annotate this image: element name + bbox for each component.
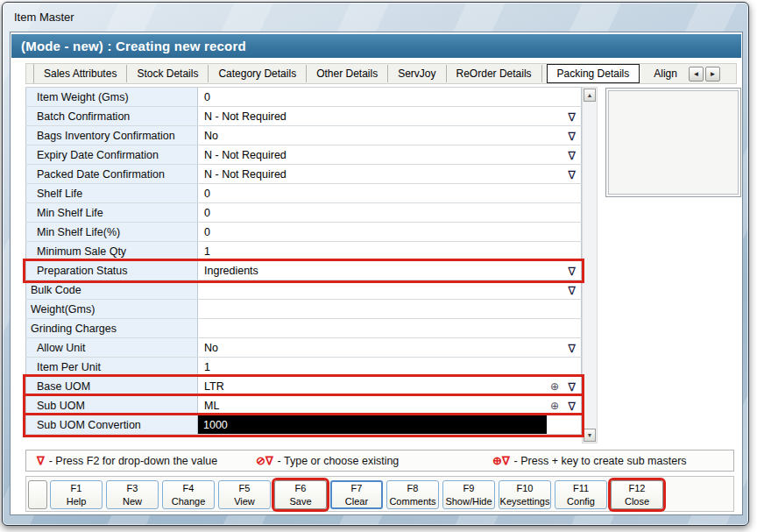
tab-category-details[interactable]: Category Details bbox=[209, 65, 307, 82]
show-hide-button[interactable]: F9Show/Hide bbox=[442, 480, 495, 509]
row-value-bags-inventory-confirmation[interactable]: No∇ bbox=[198, 126, 582, 145]
save-button[interactable]: F6Save bbox=[274, 480, 327, 509]
function-key-text: F6 bbox=[295, 482, 307, 494]
mode-header-title: (Mode - new) : Creating new record bbox=[21, 39, 246, 53]
tab-align[interactable]: Align bbox=[644, 65, 687, 82]
row-label-text: Bags Inventory Confirmation bbox=[37, 130, 175, 142]
function-label-text: New bbox=[123, 495, 142, 507]
row-label-weight-gms: Weight(Gms) bbox=[25, 300, 198, 318]
tab-stock-details[interactable]: Stock Details bbox=[127, 65, 209, 82]
change-button[interactable]: F4Change bbox=[162, 480, 215, 509]
dropdown-icon[interactable]: ∇ bbox=[568, 168, 576, 180]
scroll-up-icon[interactable]: ▲ bbox=[584, 89, 596, 102]
function-label-text: Help bbox=[67, 495, 87, 507]
dropdown-icon[interactable]: ∇ bbox=[568, 380, 576, 392]
tab-other-details[interactable]: Other Details bbox=[307, 65, 388, 82]
row-value-grinding-charges[interactable] bbox=[198, 319, 582, 337]
window-titlebar[interactable]: Item Master bbox=[3, 3, 748, 31]
form-row-min-shelf-life: Min Shelf Life(%)0 bbox=[25, 223, 582, 242]
dropdown-icon[interactable]: ∇ bbox=[568, 110, 576, 122]
row-value-bulk-code[interactable]: ∇ bbox=[198, 280, 582, 299]
form-row-item-weight-gms: Item Weight (Gms)0 bbox=[25, 88, 582, 107]
new-button[interactable]: F3New bbox=[106, 480, 159, 509]
row-value-preparation-status[interactable]: Ingredients∇ bbox=[198, 261, 582, 280]
function-button-blank[interactable] bbox=[28, 480, 47, 509]
function-key-text: F5 bbox=[239, 482, 251, 494]
function-key-text: F9 bbox=[463, 482, 475, 494]
config-button[interactable]: F11Config bbox=[555, 480, 607, 509]
clear-button[interactable]: F7Clear bbox=[330, 480, 383, 509]
function-label-text: Change bbox=[172, 495, 206, 507]
form-row-expiry-date-confirmation: Expiry Date ConfirmationN - Not Required… bbox=[25, 145, 582, 165]
row-value-expiry-date-confirmation[interactable]: N - Not Required∇ bbox=[198, 145, 582, 164]
function-key-text: F11 bbox=[573, 482, 589, 494]
dropdown-icon[interactable]: ∇ bbox=[568, 265, 576, 276]
dropdown-icon[interactable]: ∇ bbox=[568, 342, 576, 353]
row-value-sub-uom-convertion[interactable]: 1000 bbox=[198, 415, 582, 434]
form-row-item-per-unit: Item Per Unit1 bbox=[25, 358, 582, 377]
circle-plus-icon[interactable]: ⊕ bbox=[550, 381, 559, 392]
keysettings-button[interactable]: F10Keysettings bbox=[499, 480, 551, 509]
row-value-min-shelf-life[interactable]: 0 bbox=[198, 203, 582, 222]
scroll-down-icon[interactable]: ▼ bbox=[584, 429, 596, 442]
legend-symbol-icon: ⊘∇ bbox=[256, 454, 273, 467]
function-key-text: F3 bbox=[127, 482, 138, 494]
row-value-text: 0 bbox=[204, 91, 210, 103]
row-label-min-shelf-life: Min Shelf Life(%) bbox=[25, 223, 198, 241]
dropdown-icon[interactable]: ∇ bbox=[568, 149, 576, 160]
item-image-box bbox=[605, 88, 741, 197]
form-row-preparation-status: Preparation StatusIngredients∇ bbox=[25, 261, 582, 280]
screenshot-stage: Item Master (Mode - new) : Creating new … bbox=[0, 0, 757, 532]
row-value-text: 1 bbox=[204, 245, 210, 258]
row-label-text: Shelf Life bbox=[37, 188, 82, 200]
function-key-text: F4 bbox=[183, 482, 195, 494]
row-value-minimum-sale-qty[interactable]: 1 bbox=[198, 242, 582, 260]
row-label-sub-uom: Sub UOM bbox=[25, 396, 198, 415]
row-label-expiry-date-confirmation: Expiry Date Confirmation bbox=[25, 145, 198, 164]
row-label-bulk-code: Bulk Code bbox=[25, 280, 198, 299]
row-label-text: Base UOM bbox=[37, 380, 90, 393]
function-label-text: Show/Hide bbox=[445, 495, 492, 507]
row-value-text: LTR bbox=[204, 380, 224, 393]
row-value-weight-gms[interactable] bbox=[198, 300, 582, 318]
row-value-min-shelf-life[interactable]: 0 bbox=[198, 223, 582, 241]
legend-symbol-icon: ⊕∇ bbox=[492, 454, 510, 467]
row-value-sub-uom[interactable]: ML⊕∇ bbox=[198, 396, 582, 415]
form-row-batch-confirmation: Batch ConfirmationN - Not Required∇ bbox=[25, 107, 582, 126]
tab-sales-attributes[interactable]: Sales Attributes bbox=[34, 65, 127, 82]
row-value-batch-confirmation[interactable]: N - Not Required∇ bbox=[198, 107, 582, 125]
row-value-base-uom[interactable]: LTR⊕∇ bbox=[198, 377, 582, 395]
function-key-text: F12 bbox=[629, 482, 646, 494]
row-value-item-weight-gms[interactable]: 0 bbox=[198, 88, 582, 106]
tab-scroll-left-icon[interactable]: ◄ bbox=[689, 67, 704, 82]
row-label-packed-date-confirmation: Packed Date Confirmation bbox=[25, 165, 198, 183]
comments-button[interactable]: F8Comments bbox=[386, 480, 439, 509]
tab-reorder-details[interactable]: ReOrder Details bbox=[447, 65, 542, 82]
tab-packing-details[interactable]: Packing Details bbox=[547, 64, 640, 83]
circle-plus-icon[interactable]: ⊕ bbox=[550, 401, 559, 411]
tab-servjoy[interactable]: ServJoy bbox=[388, 65, 446, 82]
row-value-text: N - Not Required bbox=[204, 168, 287, 181]
row-value-allow-unit[interactable]: No∇ bbox=[198, 338, 582, 357]
tab-scroll-right-icon[interactable]: ► bbox=[705, 67, 720, 82]
form-row-grinding-charges: Grinding Charges bbox=[25, 319, 582, 338]
row-label-preparation-status: Preparation Status bbox=[25, 261, 198, 280]
row-value-packed-date-confirmation[interactable]: N - Not Required∇ bbox=[198, 165, 582, 183]
close-button[interactable]: F12Close bbox=[611, 480, 663, 509]
dropdown-icon[interactable]: ∇ bbox=[568, 400, 576, 411]
help-button[interactable]: F1Help bbox=[50, 480, 103, 509]
legend-item-3: ⊕∇- Press + key to create sub masters bbox=[492, 454, 687, 467]
selected-value-text: 1000 bbox=[198, 415, 547, 434]
row-value-item-per-unit[interactable]: 1 bbox=[198, 358, 582, 376]
form-row-bulk-code: Bulk Code∇ bbox=[25, 280, 582, 300]
row-value-shelf-life[interactable]: 0 bbox=[198, 184, 582, 202]
row-label-allow-unit: Allow Unit bbox=[25, 338, 198, 357]
dropdown-icon[interactable]: ∇ bbox=[568, 284, 576, 295]
row-value-text: N - Not Required bbox=[204, 149, 287, 161]
view-button[interactable]: F5View bbox=[218, 480, 271, 509]
tab-bar: Sales AttributesStock DetailsCategory De… bbox=[25, 63, 737, 84]
window-title: Item Master bbox=[14, 11, 74, 24]
dropdown-icon[interactable]: ∇ bbox=[568, 130, 576, 141]
row-label-item-per-unit: Item Per Unit bbox=[25, 358, 198, 376]
form-scrollbar[interactable]: ▲ ▼ bbox=[582, 87, 598, 443]
